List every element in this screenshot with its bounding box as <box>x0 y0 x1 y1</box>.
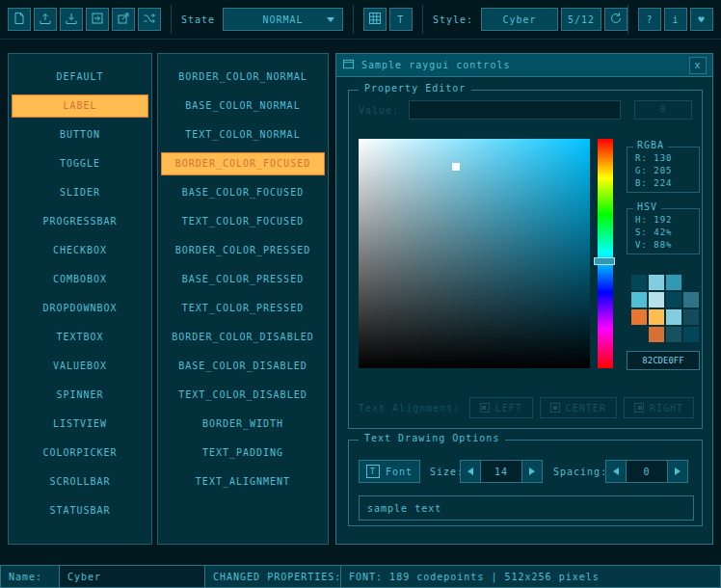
property-item-text_color_normal[interactable]: TEXT_COLOR_NORMAL <box>161 123 325 147</box>
style-table-button[interactable] <box>363 8 387 31</box>
property-item-border_width[interactable]: BORDER_WIDTH <box>161 413 325 436</box>
size-value[interactable]: 14 <box>481 460 521 483</box>
property-item-border_color_focused[interactable]: BORDER_COLOR_FOCUSED <box>161 152 325 175</box>
color-panel[interactable] <box>359 139 590 368</box>
window-titlebar: Sample raygui controls x <box>336 54 712 77</box>
property-item-base_color_disabled[interactable]: BASE_COLOR_DISABLED <box>161 355 325 378</box>
value-input <box>409 100 621 120</box>
control-item-statusbar[interactable]: STATUSBAR <box>12 499 148 522</box>
palette-swatch-4[interactable] <box>630 291 648 308</box>
export-style-button[interactable] <box>112 8 135 31</box>
palette-swatch-14[interactable] <box>665 326 682 343</box>
control-item-label[interactable]: LABEL <box>12 94 148 118</box>
control-item-checkbox[interactable]: CHECKBOX <box>12 239 148 262</box>
new-file-button[interactable] <box>8 8 31 31</box>
property-item-base_color_pressed[interactable]: BASE_COLOR_PRESSED <box>161 268 325 291</box>
text-drawing-options-title: Text Drawing Options <box>359 433 505 443</box>
palette-swatch-5[interactable] <box>648 291 665 308</box>
control-item-dropdownbox[interactable]: DROPDOWNBOX <box>12 297 148 320</box>
property-item-base_color_normal[interactable]: BASE_COLOR_NORMAL <box>161 94 325 118</box>
palette-swatch-9[interactable] <box>648 308 665 326</box>
control-item-textbox[interactable]: TEXTBOX <box>12 326 148 349</box>
palette-swatch-12[interactable] <box>630 326 648 343</box>
control-item-listview[interactable]: LISTVIEW <box>12 413 148 436</box>
hue-bar[interactable] <box>598 139 613 368</box>
close-button[interactable]: x <box>689 57 707 74</box>
statusbar: Name: Cyber CHANGED PROPERTIES: 1 FONT: … <box>0 565 721 588</box>
control-item-valuebox[interactable]: VALUEBOX <box>12 355 148 378</box>
font-button[interactable]: T Font <box>359 460 420 483</box>
about-button[interactable]: i <box>664 8 687 31</box>
font-atlas-button[interactable]: T <box>389 8 413 31</box>
hex-color-textbox[interactable]: 82CDE0FF <box>627 351 700 370</box>
text-alignment-buttons: LEFTCENTERRIGHT <box>469 397 694 418</box>
control-item-default[interactable]: DEFAULT <box>12 66 148 89</box>
sample-text-textbox[interactable]: sample text <box>359 495 694 521</box>
palette-swatch-2[interactable] <box>665 274 682 291</box>
palette-swatch-15[interactable] <box>682 326 700 343</box>
control-item-colorpicker[interactable]: COLORPICKER <box>12 441 148 465</box>
heart-icon: ♥ <box>698 14 705 25</box>
controls-list: DEFAULTLABELBUTTONTOGGLESLIDERPROGRESSBA… <box>9 66 151 522</box>
palette-swatch-0[interactable] <box>630 274 648 291</box>
open-file-button[interactable] <box>34 8 57 31</box>
text-icon: T <box>366 465 380 478</box>
properties-list-panel: BORDER_COLOR_NORMALBASE_COLOR_NORMALTEXT… <box>157 53 329 545</box>
property-item-text_color_focused[interactable]: TEXT_COLOR_FOCUSED <box>161 210 325 233</box>
hue-slider-handle[interactable] <box>594 257 615 265</box>
text-icon: T <box>397 14 404 25</box>
align-center-icon <box>550 403 560 413</box>
property-item-border_color_pressed[interactable]: BORDER_COLOR_PRESSED <box>161 239 325 262</box>
size-increment-button[interactable] <box>521 460 543 483</box>
value-box: 0 <box>634 100 692 120</box>
style-name-button[interactable]: Cyber <box>481 8 558 31</box>
palette-swatch-10[interactable] <box>665 308 682 326</box>
size-decrement-button[interactable] <box>460 460 481 483</box>
name-label: Name: <box>0 565 60 588</box>
chevron-down-icon <box>327 17 334 22</box>
palette-swatch-8[interactable] <box>630 308 648 326</box>
style-color-palette <box>630 274 700 343</box>
state-dropdown-value: NORMAL <box>262 14 303 25</box>
property-item-text_alignment[interactable]: TEXT_ALIGNMENT <box>161 470 325 494</box>
font-button-label: Font <box>386 467 413 477</box>
control-item-toggle[interactable]: TOGGLE <box>12 152 148 175</box>
save-file-button[interactable] <box>60 8 83 31</box>
control-item-combobox[interactable]: COMBOBOX <box>12 268 148 291</box>
color-cursor-icon[interactable] <box>452 163 460 171</box>
random-style-button[interactable] <box>138 8 161 31</box>
palette-swatch-1[interactable] <box>648 274 665 291</box>
property-item-border_color_disabled[interactable]: BORDER_COLOR_DISABLED <box>161 326 325 349</box>
palette-swatch-13[interactable] <box>648 326 665 343</box>
property-item-text_padding[interactable]: TEXT_PADDING <box>161 441 325 465</box>
spacing-decrement-button[interactable] <box>605 460 627 483</box>
palette-swatch-6[interactable] <box>665 291 682 308</box>
style-counter-button[interactable]: 5/12 <box>561 8 601 31</box>
reload-style-button[interactable] <box>604 8 628 31</box>
help-button[interactable]: ? <box>638 8 661 31</box>
control-item-spinner[interactable]: SPINNER <box>12 384 148 407</box>
spacing-value[interactable]: 0 <box>627 460 667 483</box>
control-item-slider[interactable]: SLIDER <box>12 181 148 204</box>
property-item-text_color_pressed[interactable]: TEXT_COLOR_PRESSED <box>161 297 325 320</box>
state-dropdown[interactable]: NORMAL <box>223 8 343 31</box>
grid-icon <box>368 12 382 27</box>
size-spinner: 14 <box>460 460 543 483</box>
import-style-button[interactable] <box>86 8 109 31</box>
control-item-scrollbar[interactable]: SCROLLBAR <box>12 470 148 494</box>
property-item-border_color_normal[interactable]: BORDER_COLOR_NORMAL <box>161 66 325 89</box>
property-item-text_color_disabled[interactable]: TEXT_COLOR_DISABLED <box>161 384 325 407</box>
sponsor-button[interactable]: ♥ <box>690 8 713 31</box>
control-item-button[interactable]: BUTTON <box>12 123 148 147</box>
palette-swatch-3[interactable] <box>682 274 700 291</box>
control-item-progressbar[interactable]: PROGRESSBAR <box>12 210 148 233</box>
palette-swatch-11[interactable] <box>682 308 700 326</box>
state-label: State <box>181 14 215 25</box>
window-title: Sample raygui controls <box>361 60 510 70</box>
property-item-base_color_focused[interactable]: BASE_COLOR_FOCUSED <box>161 181 325 204</box>
style-name-textbox[interactable]: Cyber <box>59 565 205 588</box>
palette-swatch-7[interactable] <box>682 291 700 308</box>
triangle-left-icon <box>467 468 473 475</box>
save-file-icon <box>65 12 78 27</box>
spacing-increment-button[interactable] <box>667 460 688 483</box>
